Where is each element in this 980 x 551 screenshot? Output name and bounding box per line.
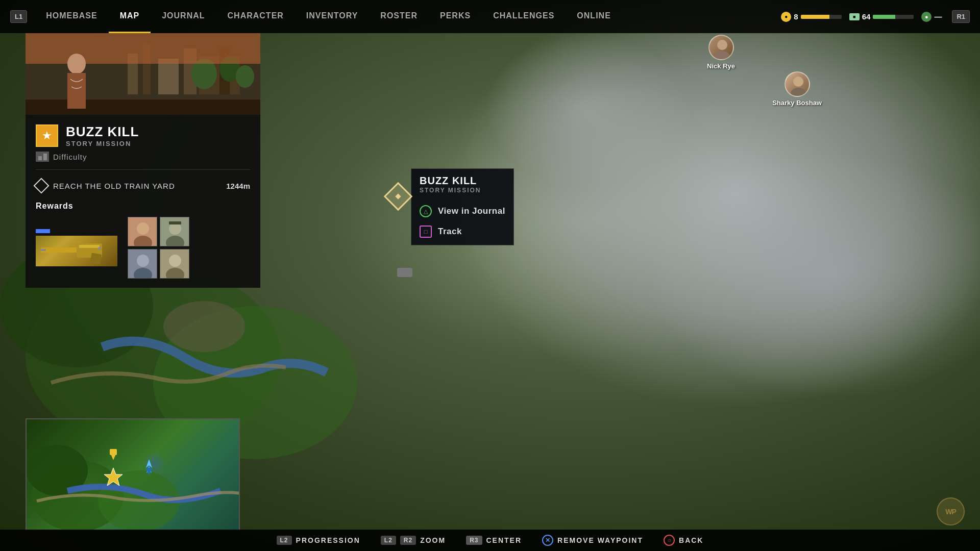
difficulty-row: Difficulty xyxy=(36,152,250,162)
mission-scene xyxy=(26,33,260,115)
triangle-button[interactable]: △ xyxy=(420,205,432,217)
l1-button[interactable]: L1 xyxy=(10,10,27,23)
nick-rye-avatar xyxy=(708,35,734,60)
silver-count: 64 xyxy=(862,12,871,21)
l2-tag-zoom[interactable]: L2 xyxy=(381,536,396,545)
nav-character[interactable]: CHARACTER xyxy=(216,0,295,33)
online-icon: ● xyxy=(921,12,932,22)
view-in-journal-action[interactable]: △ View in Journal xyxy=(411,201,513,221)
svg-rect-21 xyxy=(67,73,86,109)
divider-1 xyxy=(36,169,250,170)
zoom-action: L2 R2 ZOOM xyxy=(381,536,446,545)
objective-text: REACH the Old Train Yard xyxy=(53,182,175,190)
objective-left: REACH the Old Train Yard xyxy=(36,180,175,191)
rewards-title: Rewards xyxy=(36,202,250,211)
char-portrait-3 xyxy=(128,249,157,279)
silver-fill xyxy=(873,15,895,19)
rewards-row xyxy=(36,217,250,279)
nav-homebase[interactable]: HOMEBASE xyxy=(35,0,108,33)
nav-inventory[interactable]: INVENTORY xyxy=(295,0,369,33)
nav-journal[interactable]: JOURNAL xyxy=(151,0,216,33)
r3-tag-center[interactable]: R3 xyxy=(466,536,482,545)
nav-online[interactable]: ONLINE xyxy=(566,0,622,33)
gold-fill xyxy=(801,15,829,19)
svg-rect-35 xyxy=(169,221,181,224)
progression-action: L2 PROGRESSION xyxy=(277,536,360,545)
npc-nick-rye[interactable]: Nick Rye xyxy=(707,35,735,70)
sharky-avatar xyxy=(785,71,810,97)
nav-perks[interactable]: PERKS xyxy=(429,0,482,33)
char-portrait-1 xyxy=(128,217,157,246)
popup-header: Buzz Kill STORY MISSION xyxy=(411,169,513,198)
square-icon: □ xyxy=(424,229,428,235)
mission-icon: ★ xyxy=(36,124,58,147)
mission-header: ★ Buzz Kill STORY MISSION xyxy=(36,124,250,147)
mission-titles: Buzz Kill STORY MISSION xyxy=(66,124,139,147)
r1-button[interactable]: R1 xyxy=(952,10,970,23)
popup-subtitle: STORY MISSION xyxy=(420,187,505,194)
zoom-label: ZOOM xyxy=(420,536,446,544)
svg-rect-47 xyxy=(110,449,117,455)
svg-point-5 xyxy=(715,51,730,60)
star-icon: ★ xyxy=(42,129,52,142)
circle-button[interactable]: ○ xyxy=(664,535,675,546)
svg-point-20 xyxy=(67,54,86,74)
svg-point-30 xyxy=(137,222,149,235)
watermark-text: WP xyxy=(945,508,956,516)
weapon-rarity-bar xyxy=(36,229,50,233)
char-portrait-4 xyxy=(160,249,189,279)
silver-resource: ■ 64 xyxy=(849,12,914,21)
x-button[interactable]: ✕ xyxy=(542,535,553,546)
watermark-circle: WP xyxy=(937,497,965,525)
minimap xyxy=(26,418,240,531)
svg-rect-19 xyxy=(26,99,260,115)
gold-bar xyxy=(801,15,842,19)
track-label: Track xyxy=(438,227,462,237)
square-button[interactable]: □ xyxy=(420,226,432,238)
nav-roster[interactable]: ROSTER xyxy=(369,0,429,33)
char-portrait-2 xyxy=(160,217,189,246)
weapon-image xyxy=(36,236,117,266)
mission-map-marker[interactable] xyxy=(385,184,411,209)
npc-sharky-boshaw[interactable]: Sharky Boshaw xyxy=(772,71,822,107)
svg-rect-26 xyxy=(79,245,100,248)
rewards-section: Rewards xyxy=(36,202,250,279)
svg-point-4 xyxy=(717,40,727,50)
mission-image xyxy=(26,33,260,115)
popup-actions: △ View in Journal □ Track xyxy=(411,198,513,245)
minimap-content xyxy=(27,419,239,530)
remove-waypoint-label: REMOVE WAYPOINT xyxy=(557,536,643,544)
difficulty-label: Difficulty xyxy=(53,153,87,161)
mission-title: Buzz Kill xyxy=(66,124,139,140)
nick-rye-name: Nick Rye xyxy=(707,62,735,70)
distance: 1244m xyxy=(226,182,250,190)
svg-point-6 xyxy=(793,77,803,87)
online-indicator: ● — xyxy=(921,12,942,22)
remove-waypoint-action: ✕ REMOVE WAYPOINT xyxy=(542,535,643,546)
objective-icon xyxy=(33,178,49,193)
bottom-bar: L2 PROGRESSION L2 R2 ZOOM R3 CENTER ✕ RE… xyxy=(0,530,980,551)
popup-title: Buzz Kill xyxy=(420,175,505,187)
gold-resource: ● 8 xyxy=(781,12,841,22)
sharky-name: Sharky Boshaw xyxy=(772,99,822,107)
track-action[interactable]: □ Track xyxy=(411,221,513,242)
l2-tag-progression[interactable]: L2 xyxy=(277,536,292,545)
nav-resources: ● 8 ■ 64 ● — R1 xyxy=(781,10,970,23)
center-label: CENTER xyxy=(486,536,522,544)
nav-items: HOMEBASE MAP JOURNAL CHARACTER INVENTORY… xyxy=(35,0,781,33)
context-popup: Buzz Kill STORY MISSION △ View in Journa… xyxy=(385,168,514,245)
marker-diamond-icon xyxy=(384,182,413,211)
svg-rect-18 xyxy=(26,33,260,64)
nav-map[interactable]: MAP xyxy=(109,0,151,33)
svg-rect-28 xyxy=(41,249,46,251)
svg-point-40 xyxy=(169,255,181,267)
vehicle-icon xyxy=(397,268,412,277)
nav-challenges[interactable]: CHALLENGES xyxy=(482,0,566,33)
triangle-icon: △ xyxy=(424,208,428,215)
reward-characters xyxy=(128,217,189,279)
r2-tag-zoom[interactable]: R2 xyxy=(400,536,416,545)
gold-icon: ● xyxy=(781,12,791,22)
difficulty-bars xyxy=(38,154,47,160)
minimap-svg xyxy=(27,419,240,531)
silver-icon: ■ xyxy=(849,13,860,20)
